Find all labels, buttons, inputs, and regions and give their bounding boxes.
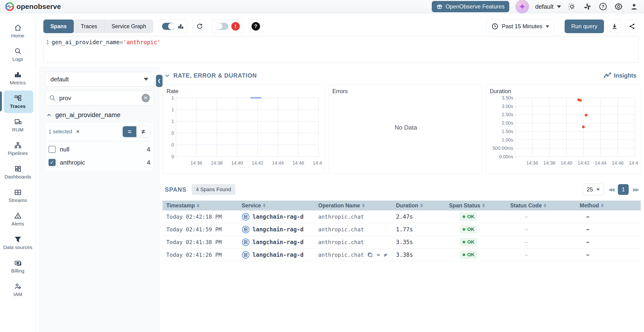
data-sources-icon <box>14 236 22 243</box>
column-header-operation-name[interactable]: Operation Name <box>314 202 392 209</box>
prev-page-button[interactable]: ◀◀ <box>608 187 614 192</box>
tab-service-graph[interactable]: Service Graph <box>104 19 153 33</box>
sort-icon[interactable] <box>420 204 423 207</box>
spans-table-header: TimestampServiceOperation NameDurationSp… <box>162 200 641 210</box>
query-help-button[interactable]: ? <box>248 19 263 33</box>
clear-search-icon[interactable]: ✕ <box>142 94 150 102</box>
column-header-status-code[interactable]: Status Code <box>506 202 576 209</box>
sort-icon[interactable] <box>544 204 546 207</box>
insights-button[interactable]: Insights <box>604 72 639 79</box>
next-page-button[interactable]: ▶▶ <box>633 187 638 192</box>
theme-toggle-button[interactable] <box>567 2 577 11</box>
span-status-code: – <box>506 226 576 233</box>
tab-traces[interactable]: Traces <box>74 19 104 33</box>
tab-spans[interactable]: Spans <box>43 19 74 33</box>
field-search-box[interactable]: ✕ <box>45 91 154 105</box>
field-value-label: anthropic <box>60 159 85 166</box>
sidebar-item-traces[interactable]: Traces <box>0 90 36 114</box>
ai-assistant-button[interactable] <box>516 0 529 13</box>
openobserve-logo: openobserve <box>5 2 61 11</box>
field-group-header[interactable]: gen_ai_provider_name <box>45 111 154 119</box>
trend-line-icon <box>604 72 611 79</box>
sidebar-item-label: Data sources <box>3 245 32 250</box>
errors-switch[interactable] <box>216 23 228 30</box>
field-value-row-null[interactable]: null4 <box>48 143 150 156</box>
column-header-duration[interactable]: Duration <box>392 202 445 209</box>
query-editor[interactable]: 1 gen_ai_provider_name='anthropic' <box>43 36 639 63</box>
sidebar-item-metrics[interactable]: Metrics <box>0 67 36 90</box>
current-page-button[interactable]: 1 <box>618 184 629 195</box>
svg-text:0: 0 <box>172 131 174 136</box>
copy-icon[interactable] <box>367 252 373 258</box>
sidebar-item-billing[interactable]: Billing <box>0 255 36 278</box>
active-nav-indicator <box>0 91 2 111</box>
column-header-span-status[interactable]: Span Status <box>445 202 506 209</box>
sidebar-item-dashboards[interactable]: Dashboards <box>0 161 36 184</box>
field-value-row-anthropic[interactable]: ✓anthropic4 <box>48 156 150 169</box>
equals-operator-button[interactable]: = <box>123 126 136 137</box>
collapse-panel-button[interactable]: ❮ <box>156 75 162 87</box>
duration-chart-card[interactable]: Duration 3.50s3.00s2.50s2.00s1.50s1.00s5… <box>486 84 641 174</box>
field-search-input[interactable] <box>59 95 138 102</box>
sidebar-item-pipelines[interactable]: Pipelines <box>0 137 36 161</box>
histogram-switch[interactable] <box>162 23 175 30</box>
run-query-button[interactable]: Run query <box>564 19 604 33</box>
sidebar-item-label: RUM <box>12 127 24 133</box>
column-header-method[interactable]: Method <box>576 202 641 209</box>
sidebar-item-logs[interactable]: Logs <box>0 43 36 67</box>
span-row[interactable]: Today 02:41:38 PMlangchain-rag-danthropi… <box>162 236 641 249</box>
sidebar-item-home[interactable]: Home <box>0 19 36 43</box>
sort-icon[interactable] <box>263 204 266 207</box>
ok-dot-icon <box>462 253 465 256</box>
errors-chart-card[interactable]: Errors No Data <box>328 84 482 174</box>
svg-text:14:38: 14:38 <box>211 160 222 166</box>
span-timestamp: Today 02:42:18 PM <box>162 214 238 220</box>
page-size-selector[interactable]: 25 <box>583 184 604 195</box>
clear-selection-icon[interactable]: ✕ <box>76 129 80 135</box>
org-selector[interactable]: default <box>535 3 561 10</box>
query-text[interactable]: gen_ai_provider_name='anthropic' <box>52 39 160 60</box>
settings-button[interactable] <box>614 2 623 11</box>
sidebar-item-iam[interactable]: IAM <box>0 278 36 302</box>
sort-icon[interactable] <box>601 204 604 207</box>
sidebar-item-data-sources[interactable]: Data sources <box>0 231 36 255</box>
svg-text:1: 1 <box>172 119 174 124</box>
account-button[interactable] <box>630 2 639 11</box>
span-service: langchain-rag-d <box>238 225 314 233</box>
svg-text:14:42: 14:42 <box>252 160 263 166</box>
sort-icon[interactable] <box>362 204 365 207</box>
red-section-header[interactable]: RATE, ERROR & DURATION Insights <box>162 69 641 82</box>
include-filter-icon[interactable]: = <box>377 252 380 258</box>
sidebar-item-rum[interactable]: RUM <box>0 114 36 137</box>
download-button[interactable] <box>608 19 622 33</box>
svg-text:14:46: 14:46 <box>292 160 304 166</box>
refresh-button[interactable] <box>192 19 207 33</box>
span-row[interactable]: Today 02:41:26 PMlangchain-rag-danthropi… <box>162 249 641 261</box>
unchecked-checkbox[interactable] <box>48 146 56 153</box>
share-button[interactable] <box>625 19 639 33</box>
not-equals-operator-button[interactable]: ≠ <box>136 126 150 137</box>
service-icon <box>242 251 250 259</box>
checked-checkbox[interactable]: ✓ <box>48 159 56 166</box>
exclude-filter-icon[interactable]: ≠ <box>384 252 387 258</box>
time-range-selector[interactable]: Past 15 Minutes <box>486 19 554 33</box>
span-row[interactable]: Today 02:41:59 PMlangchain-rag-danthropi… <box>162 223 641 236</box>
histogram-toggle[interactable] <box>158 19 187 33</box>
slack-button[interactable] <box>583 2 592 11</box>
svg-text:1: 1 <box>172 107 174 112</box>
column-header-timestamp[interactable]: Timestamp <box>162 202 238 209</box>
openobserve-features-button[interactable]: OpenObserve Features <box>432 1 509 12</box>
rate-chart-card[interactable]: Rate 11100014:3614:3814:4014:4214:4414:4… <box>162 84 324 174</box>
sidebar-item-streams[interactable]: Streams <box>0 184 36 208</box>
nav-sidebar: HomeLogsMetricsTracesRUMPipelinesDashboa… <box>0 13 36 332</box>
help-button[interactable]: ? <box>598 2 608 11</box>
traces-icon <box>14 95 22 102</box>
stream-selector[interactable]: default <box>45 72 154 87</box>
svg-text:14:48: 14:48 <box>313 160 322 166</box>
sidebar-item-alerts[interactable]: Alerts <box>0 208 36 231</box>
span-row[interactable]: Today 02:42:18 PMlangchain-rag-danthropi… <box>162 210 641 223</box>
sort-icon[interactable] <box>197 204 200 207</box>
column-header-service[interactable]: Service <box>238 202 314 209</box>
sort-icon[interactable] <box>482 204 485 207</box>
errors-only-toggle[interactable]: ! <box>212 19 243 33</box>
